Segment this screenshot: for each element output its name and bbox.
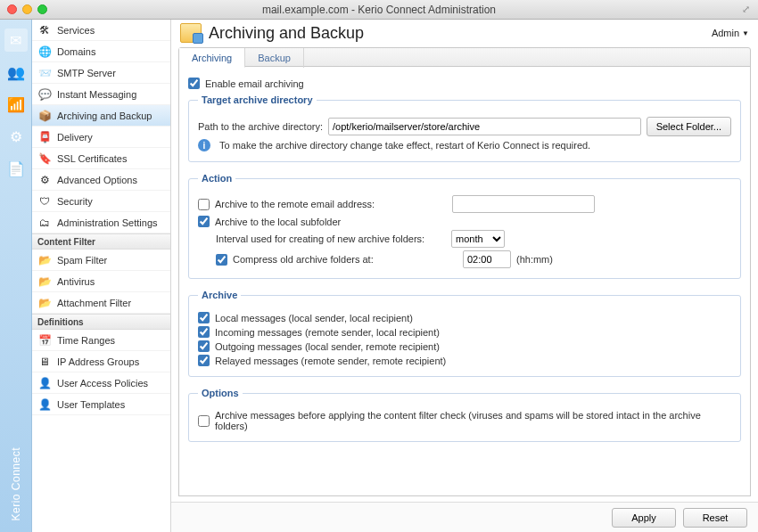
nav-config-7[interactable]: ⚙Advanced Options: [32, 169, 170, 191]
reset-button[interactable]: Reset: [683, 508, 747, 528]
compress-label: Compress old archive folders at:: [233, 254, 457, 265]
nav-defs-1[interactable]: 🖥IP Address Groups: [32, 351, 170, 372]
archive-item-3[interactable]: Relayed messages (remote sender, remote …: [198, 355, 731, 366]
nav-config-3[interactable]: 💬Instant Messaging: [32, 84, 170, 105]
archive-item-2[interactable]: Outgoing messages (local sender, remote …: [198, 340, 731, 352]
nav-label: User Templates: [57, 399, 125, 410]
settings-icon[interactable]: ⚙: [4, 125, 28, 148]
nav-config-0[interactable]: 🛠Services: [32, 20, 170, 41]
time-icon: 📅: [37, 333, 52, 348]
enable-archiving-input[interactable]: [188, 78, 200, 89]
nav-label: IP Address Groups: [57, 356, 139, 367]
archive-icon: 📦: [37, 109, 52, 123]
enable-archiving-checkbox[interactable]: Enable email archiving: [188, 78, 741, 89]
time-hint: (hh:mm): [516, 254, 553, 265]
caret-down-icon: ▼: [742, 29, 749, 37]
archive-item-1[interactable]: Incoming messages (remote sender, local …: [198, 326, 731, 338]
archive-item-checkbox-2[interactable]: [198, 340, 210, 352]
nav-defs-2[interactable]: 👤User Access Policies: [32, 372, 170, 394]
admin-icon: 🗂: [37, 216, 52, 230]
page-header: Archiving and Backup Admin ▼: [171, 20, 758, 46]
window-title: mail.example.com - Kerio Connect Adminis…: [0, 4, 758, 16]
before-filter-checkbox[interactable]: [198, 415, 210, 427]
smtp-icon: 📨: [37, 66, 52, 80]
admin-label: Admin: [712, 28, 739, 38]
interval-select[interactable]: month: [451, 230, 505, 248]
mail-icon[interactable]: ✉: [4, 29, 28, 52]
action-fieldset: Action Archive to the remote email addre…: [188, 173, 741, 279]
spam-icon: 📂: [37, 253, 52, 267]
compress-checkbox[interactable]: [216, 254, 227, 266]
nav-defs-3[interactable]: 👤User Templates: [32, 394, 170, 415]
advanced-icon: ⚙: [37, 173, 52, 187]
remote-archive-checkbox[interactable]: [198, 199, 210, 210]
nav-config-6[interactable]: 🔖SSL Certificates: [32, 148, 170, 169]
nav-config-4[interactable]: 📦Archiving and Backup: [32, 105, 170, 127]
nav-label: Attachment Filter: [57, 298, 131, 308]
logs-icon[interactable]: 📄: [4, 157, 28, 180]
nav-panel: 🛠Services🌐Domains📨SMTP Server💬Instant Me…: [32, 20, 171, 532]
archive-item-checkbox-0[interactable]: [198, 312, 210, 323]
archive-item-checkbox-1[interactable]: [198, 326, 210, 338]
archive-item-label-3: Relayed messages (remote sender, remote …: [215, 356, 446, 366]
nav-config-9[interactable]: 🗂Administration Settings: [32, 212, 170, 233]
archive-item-checkbox-3[interactable]: [198, 355, 210, 366]
options-legend: Options: [198, 388, 243, 398]
nav-label: Services: [57, 25, 95, 36]
archive-item-label-2: Outgoing messages (local sender, remote …: [215, 341, 440, 352]
cert-icon: 🔖: [37, 151, 52, 166]
nav-filter-1[interactable]: 📂Antivirus: [32, 271, 170, 292]
admin-menu[interactable]: Admin ▼: [712, 28, 749, 38]
nav-label: Security: [57, 196, 93, 207]
nav-label: Spam Filter: [57, 255, 107, 266]
archive-item-label-0: Local messages (local sender, local reci…: [215, 313, 413, 323]
path-input[interactable]: [328, 118, 641, 135]
nav-label: SSL Certificates: [57, 153, 127, 164]
globe-icon: 🌐: [37, 45, 52, 59]
info-icon: i: [198, 139, 210, 151]
select-folder-button[interactable]: Select Folder...: [647, 117, 731, 136]
left-iconbar: ✉👥📶⚙📄 Kerio Connect: [0, 20, 32, 532]
target-legend: Target archive directory: [198, 94, 317, 105]
policy-icon: 👤: [37, 376, 52, 390]
antivirus-icon: 📂: [37, 274, 52, 289]
apply-button[interactable]: Apply: [612, 508, 676, 528]
nav-config-1[interactable]: 🌐Domains: [32, 41, 170, 62]
archive-item-0[interactable]: Local messages (local sender, local reci…: [198, 312, 731, 323]
enable-archiving-label: Enable email archiving: [205, 78, 304, 89]
archive-legend: Archive: [198, 290, 241, 300]
brand-label: Kerio Connect: [10, 447, 22, 521]
options-fieldset: Options Archive messages before applying…: [188, 388, 741, 442]
page-title: Archiving and Backup: [209, 24, 364, 43]
nav-defs-0[interactable]: 📅Time Ranges: [32, 330, 170, 351]
titlebar: mail.example.com - Kerio Connect Adminis…: [0, 0, 758, 20]
nav-label: Advanced Options: [57, 175, 137, 185]
remote-email-input[interactable]: [452, 195, 595, 213]
nav-config-2[interactable]: 📨SMTP Server: [32, 62, 170, 84]
nav-config-8[interactable]: 🛡Security: [32, 191, 170, 212]
target-fieldset: Target archive directory Path to the arc…: [188, 94, 741, 162]
nav-label: Domains: [57, 46, 95, 57]
path-label: Path to the archive directory:: [198, 121, 323, 132]
nav-label: Time Ranges: [57, 335, 115, 346]
tabstrip: ArchivingBackup: [178, 47, 751, 67]
tab-content: Enable email archiving Target archive di…: [178, 66, 751, 496]
tab-archiving[interactable]: Archiving: [179, 48, 245, 68]
security-icon: 🛡: [37, 194, 52, 209]
nav-filter-0[interactable]: 📂Spam Filter: [32, 250, 170, 271]
stats-icon[interactable]: 📶: [4, 93, 28, 116]
action-legend: Action: [198, 173, 235, 184]
nav-config-5[interactable]: 📮Delivery: [32, 127, 170, 148]
ip-icon: 🖥: [37, 355, 52, 369]
services-icon: 🛠: [37, 23, 52, 37]
compress-time-input[interactable]: [463, 250, 511, 268]
archive-backup-icon: [180, 23, 202, 43]
expand-icon[interactable]: ⤢: [742, 4, 753, 14]
local-archive-checkbox[interactable]: [198, 216, 210, 227]
nav-filter-2[interactable]: 📂Attachment Filter: [32, 292, 170, 314]
tab-backup[interactable]: Backup: [245, 48, 304, 68]
users-icon[interactable]: 👥: [4, 61, 28, 84]
nav-label: User Access Policies: [57, 378, 148, 389]
nav-label: SMTP Server: [57, 68, 116, 78]
footer: Apply Reset: [171, 502, 758, 532]
